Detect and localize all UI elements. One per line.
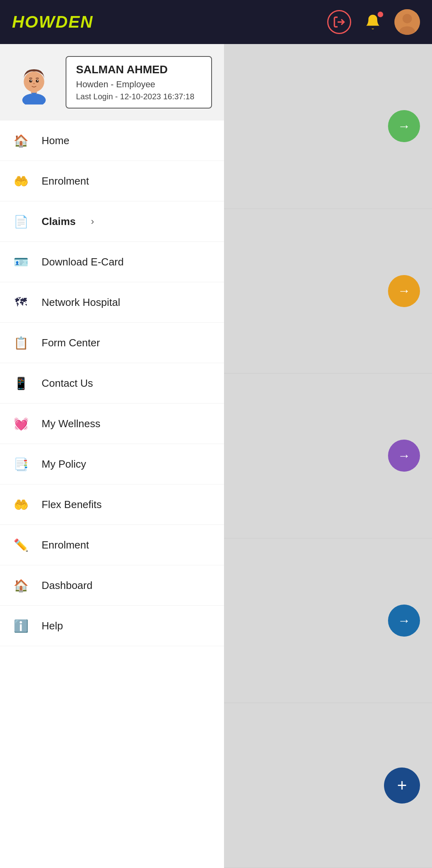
arrow-button-orange[interactable]: → xyxy=(388,275,420,307)
user-avatar-header[interactable] xyxy=(394,9,420,35)
home-icon: 🏠 xyxy=(12,132,30,149)
sidebar-item-label-contact-us: Contact Us xyxy=(42,377,93,390)
flex-benefits-icon: 🤲 xyxy=(12,496,30,513)
sidebar-item-claims[interactable]: 📄Claims› xyxy=(0,201,224,242)
arrow-button-purple[interactable]: → xyxy=(388,440,420,472)
sidebar-item-label-network-hospital: Network Hospital xyxy=(42,296,120,309)
logout-button[interactable] xyxy=(327,10,351,34)
user-name: SALMAN AHMED xyxy=(76,63,202,76)
sidebar-item-network-hospital[interactable]: 🗺Network Hospital xyxy=(0,282,224,323)
sidebar-item-label-enrolment2: Enrolment xyxy=(42,539,89,551)
sidebar-item-label-flex-benefits: Flex Benefits xyxy=(42,498,102,511)
content-card-2: → xyxy=(224,209,432,374)
help-icon: ℹ️ xyxy=(12,617,30,635)
sidebar-item-label-my-wellness: My Wellness xyxy=(42,418,100,430)
header-right-actions xyxy=(327,9,420,35)
app-logo: HOWDEN xyxy=(12,12,93,32)
svg-point-4 xyxy=(22,93,46,104)
side-drawer: SALMAN AHMED Howden - Employee Last Logi… xyxy=(0,0,224,868)
svg-point-10 xyxy=(37,80,38,81)
sidebar-item-enrolment[interactable]: 🤲Enrolment xyxy=(0,161,224,201)
sidebar-item-download-ecard[interactable]: 🪪Download E-Card xyxy=(0,242,224,282)
chevron-right-icon: › xyxy=(91,216,94,227)
sidebar-item-my-wellness[interactable]: 💓My Wellness xyxy=(0,404,224,444)
arrow-button-blue[interactable]: → xyxy=(388,605,420,637)
app-header: HOWDEN xyxy=(0,0,432,44)
sidebar-item-enrolment2[interactable]: ✏️Enrolment xyxy=(0,525,224,565)
sidebar-item-contact-us[interactable]: 📱Contact Us xyxy=(0,363,224,404)
user-role: Howden - Employee xyxy=(76,79,202,90)
sidebar-item-label-dashboard: Dashboard xyxy=(42,579,92,592)
user-avatar-drawer xyxy=(12,60,56,104)
svg-point-6 xyxy=(24,71,44,92)
dashboard-icon: 🏠 xyxy=(12,577,30,594)
contact-us-icon: 📱 xyxy=(12,374,30,392)
sidebar-item-label-download-ecard: Download E-Card xyxy=(42,256,124,268)
sidebar-item-label-claims: Claims xyxy=(42,215,76,228)
content-card-3: → xyxy=(224,374,432,538)
sidebar-item-flex-benefits[interactable]: 🤲Flex Benefits xyxy=(0,484,224,525)
my-wellness-icon: 💓 xyxy=(12,415,30,432)
svg-point-2 xyxy=(402,14,412,23)
sidebar-item-home[interactable]: 🏠Home xyxy=(0,121,224,161)
download-ecard-icon: 🪪 xyxy=(12,253,30,271)
sidebar-item-my-policy[interactable]: 📑My Policy xyxy=(0,444,224,484)
svg-point-11 xyxy=(33,83,35,84)
user-profile-section: SALMAN AHMED Howden - Employee Last Logi… xyxy=(0,44,224,121)
content-card-1: → xyxy=(224,44,432,209)
sidebar-item-label-enrolment: Enrolment xyxy=(42,175,89,187)
enrolment2-icon: ✏️ xyxy=(12,536,30,554)
notification-badge xyxy=(378,12,383,17)
user-last-login: Last Login - 12-10-2023 16:37:18 xyxy=(76,92,202,101)
sidebar-item-help[interactable]: ℹ️Help xyxy=(0,606,224,646)
sidebar-item-label-form-center: Form Center xyxy=(42,337,100,349)
enrolment-icon: 🤲 xyxy=(12,172,30,190)
sidebar-item-label-help: Help xyxy=(42,620,63,632)
content-card-4: → xyxy=(224,538,432,703)
nav-list: 🏠Home🤲Enrolment📄Claims›🪪Download E-Card🗺… xyxy=(0,121,224,868)
sidebar-item-dashboard[interactable]: 🏠Dashboard xyxy=(0,565,224,606)
content-card-5: + xyxy=(224,703,432,868)
sidebar-item-form-center[interactable]: 📋Form Center xyxy=(0,323,224,363)
my-policy-icon: 📑 xyxy=(12,455,30,473)
notification-bell[interactable] xyxy=(361,10,385,34)
sidebar-item-label-home: Home xyxy=(42,135,69,147)
content-area: → → → → + xyxy=(224,44,432,868)
user-info-box: SALMAN AHMED Howden - Employee Last Logi… xyxy=(66,56,212,108)
plus-button[interactable]: + xyxy=(384,768,420,804)
arrow-button-green[interactable]: → xyxy=(388,110,420,142)
form-center-icon: 📋 xyxy=(12,334,30,352)
sidebar-item-label-my-policy: My Policy xyxy=(42,458,86,470)
network-hospital-icon: 🗺 xyxy=(12,293,30,311)
svg-point-9 xyxy=(30,80,32,81)
claims-icon: 📄 xyxy=(12,213,30,230)
